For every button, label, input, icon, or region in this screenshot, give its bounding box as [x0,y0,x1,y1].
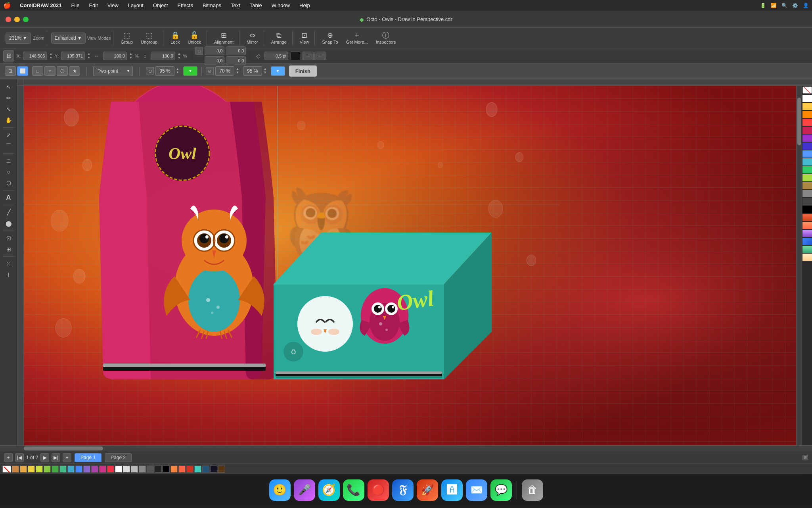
canvas-area[interactable]: 🦉 [24,86,802,445]
snap-toggle[interactable]: ⊞ [802,455,808,460]
color-bar-8[interactable] [67,466,75,473]
color-bar-4[interactable] [36,466,43,473]
x-spinner[interactable]: ▲ ▼ [49,52,52,60]
color-bar-12[interactable] [99,466,106,473]
selector-tool[interactable]: ↖ [2,82,15,92]
interactive-tool[interactable]: ⬤ [2,218,15,229]
search-icon[interactable]: 🔍 [781,3,787,8]
text-tool[interactable]: A [2,192,15,203]
shape-hex[interactable]: ⬡ [57,66,68,76]
color-bar-black[interactable] [163,466,170,473]
curve-tool[interactable]: ⌒ [2,141,15,151]
color-bar-1[interactable] [12,466,19,473]
no-fill-swatch[interactable] [802,87,812,94]
dock-red-app[interactable]: 🔴 [368,479,389,501]
palette-brown[interactable] [802,182,812,189]
palette-magenta[interactable] [802,127,812,134]
shape-rect[interactable]: □ [32,66,43,76]
color-bar-xdg[interactable] [155,466,162,473]
color-bar-13[interactable] [107,466,114,473]
opacity1-spinner[interactable]: ▲ ▼ [176,67,179,75]
palette-grad5[interactable] [802,246,812,253]
add-page-end-btn[interactable]: + [63,453,71,462]
palette-grad1[interactable] [802,214,812,221]
opacity3-input[interactable] [243,66,262,76]
horizontal-scrollbar[interactable] [0,445,812,451]
ellipse-tool[interactable]: ○ [2,167,15,177]
menu-file[interactable]: File [69,2,82,9]
perspective-mode-dropdown[interactable]: Two-point ▼ [93,66,133,76]
alignment-button[interactable]: ⊞ Alignment [211,31,237,46]
palette-yellow[interactable] [802,103,812,110]
menu-text[interactable]: Text [228,2,243,9]
close-button[interactable] [6,17,11,22]
menu-edit[interactable]: Edit [86,2,100,9]
y-spinner[interactable]: ▲ ▼ [87,52,90,60]
menu-effects[interactable]: Effects [175,2,195,9]
minimize-button[interactable] [14,17,20,22]
inspectors-button[interactable]: ⓘ Inspectors [373,31,399,46]
pos2-input[interactable] [226,46,246,55]
dock-appstore[interactable]: 🅰 [441,479,463,501]
palette-red[interactable] [802,119,812,126]
polygon-tool[interactable]: ⬡ [2,178,15,188]
last-page-btn[interactable]: ▶| [52,453,60,462]
pos3-input[interactable] [205,56,224,65]
mesh-tool[interactable]: ⊞ [2,244,15,254]
horizontal-scrollbar-thumb[interactable] [24,446,103,450]
palette-blue-dark[interactable] [802,142,812,150]
line-tool[interactable]: ╱ [2,207,15,217]
menu-table[interactable]: Table [247,2,264,9]
color-bar-11[interactable] [91,466,98,473]
dock-launchpad[interactable]: 🚀 [417,479,438,501]
palette-blue[interactable] [802,150,812,158]
user-icon[interactable]: 👤 [803,3,809,8]
color-bar-vdg[interactable] [147,466,154,473]
pos4-input[interactable] [226,56,246,65]
first-page-btn[interactable]: |◀ [15,453,24,462]
freehand-tool[interactable]: ✏ [2,93,15,103]
menu-object[interactable]: Object [151,2,170,9]
palette-green[interactable] [802,166,812,173]
menu-bitmaps[interactable]: Bitmaps [200,2,224,9]
width-spinner[interactable]: ▲ ▼ [129,52,132,60]
next-page-btn[interactable]: ▶ [40,453,49,462]
shape-circle[interactable]: ○ [44,66,56,76]
vertical-scrollbar[interactable] [796,86,802,445]
menu-layout[interactable]: Layout [126,2,146,9]
color-bar-6[interactable] [52,466,59,473]
palette-teal[interactable] [802,158,812,165]
opacity2-input[interactable] [215,66,234,76]
color-bar-lg[interactable] [123,466,130,473]
width-input[interactable] [103,52,127,60]
view-mode-dropdown[interactable]: Enhanced ▼ [51,33,86,44]
palette-grad2[interactable] [802,222,812,229]
shape-star[interactable]: ★ [69,66,80,76]
color-bar-navy[interactable] [210,466,217,473]
color-bar-teal[interactable] [194,466,201,473]
palette-grad6[interactable] [802,254,812,261]
add-page-btn[interactable]: + [4,453,13,462]
palette-lime[interactable] [802,174,812,181]
color-bar-9[interactable] [75,466,82,473]
color-bar-10[interactable] [83,466,90,473]
color-bar-coral[interactable] [170,466,178,473]
menu-help[interactable]: Help [297,2,312,9]
dock-mail[interactable]: ✉️ [466,479,487,501]
dock-messages[interactable]: 💬 [490,479,512,501]
opacity3-spinner[interactable]: ▲ ▼ [264,67,267,75]
palette-orange[interactable] [802,111,812,118]
opacity1-input[interactable] [155,66,174,76]
height-input[interactable] [151,52,175,60]
group-button[interactable]: ⬚ Group [117,31,136,46]
maximize-button[interactable] [23,17,29,22]
stroke-input[interactable] [264,52,288,60]
menu-view[interactable]: View [105,2,121,9]
color-bar-white[interactable] [115,466,122,473]
color-bar-mg[interactable] [131,466,138,473]
dock-fontlab[interactable]: 𝔉 [392,479,414,501]
palette-grad4[interactable] [802,238,812,245]
dock-finder[interactable]: 🙂 [269,479,291,501]
palette-white[interactable] [802,95,812,102]
unlock-button[interactable]: 🔓 Unlock [184,31,204,46]
